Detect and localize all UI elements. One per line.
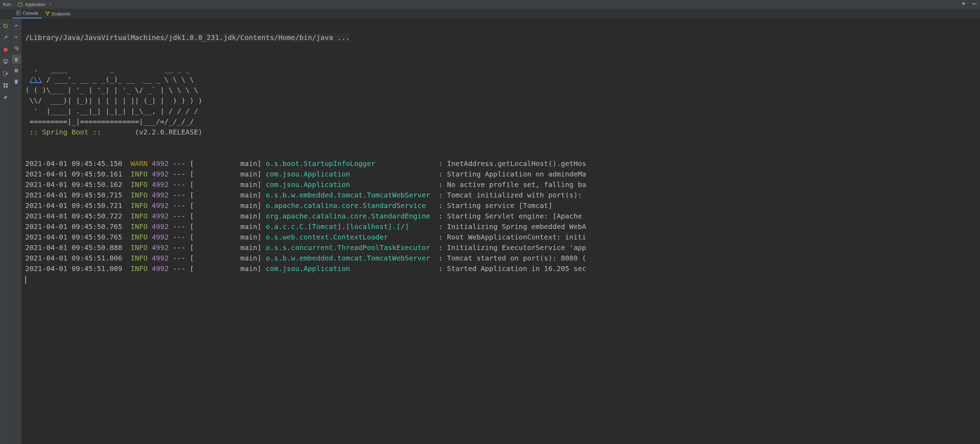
down-stack-icon[interactable] [12,32,21,41]
log-message: Starting Servlet engine: [Apache [447,212,586,220]
log-line: 2021-04-01 09:45:50.765 INFO 4992 --- [ … [25,221,977,232]
svg-rect-14 [3,86,5,88]
log-message: Root WebApplicationContext: initi [447,233,586,241]
log-lines: 2021-04-01 09:45:45.150 WARN 4992 --- [ … [25,158,977,274]
tab-console[interactable]: Console [13,9,42,19]
layout-button[interactable] [1,81,11,90]
log-separator: --- [ main] [169,212,266,220]
close-tab-icon[interactable]: × [49,2,51,7]
stop-button[interactable] [1,45,11,55]
log-classname: o.apache.catalina.core.StandardService [266,201,426,210]
log-colon: : [426,233,447,241]
log-classname: o.s.boot.StartupInfoLogger [266,159,426,168]
log-separator: --- [ main] [169,201,266,210]
exit-button[interactable] [1,68,11,78]
log-level: INFO [130,243,148,252]
log-timestamp: 2021-04-01 09:45:50.765 [25,222,122,231]
log-classname: com.jsou.Application [266,170,426,178]
banner-line-1: . ____ _ __ _ _ [25,65,190,73]
log-pid: 4992 [152,191,169,199]
clear-all-icon[interactable] [12,77,21,86]
log-classname: org.apache.catalina.core.StandardEngine [266,212,430,220]
dump-threads-button[interactable] [1,57,11,67]
log-classname: o.a.c.c.C.[Tomcat].[localhost].[/] [266,222,422,231]
log-level: INFO [130,191,148,199]
log-line: 2021-04-01 09:45:45.150 WARN 4992 --- [ … [25,158,977,169]
log-classname: com.jsou.Application [266,264,426,273]
log-level: INFO [130,264,148,273]
log-colon: : [426,159,447,168]
console-toolbar [11,19,22,444]
log-line: 2021-04-01 09:45:50.162 INFO 4992 --- [ … [25,179,977,190]
log-colon: : [430,212,447,220]
log-pid: 4992 [152,180,169,189]
log-level: INFO [130,170,148,178]
svg-rect-7 [4,48,7,51]
up-stack-icon[interactable] [12,21,21,30]
spring-boot-icon [18,2,23,7]
log-timestamp: 2021-04-01 09:45:50.715 [25,191,122,199]
scroll-to-end-icon[interactable] [12,55,21,64]
banner-link[interactable]: /\\ [29,75,42,84]
log-timestamp: 2021-04-01 09:45:51.009 [25,264,122,273]
wrench-button[interactable] [1,33,11,43]
log-line: 2021-04-01 09:45:50.161 INFO 4992 --- [ … [25,169,977,179]
log-message: Initializing ExecutorService 'app [447,243,586,252]
svg-rect-10 [5,63,6,64]
log-pid: 4992 [152,201,169,210]
rerun-button[interactable] [1,21,11,31]
log-colon: : [430,243,447,252]
log-line: 2021-04-01 09:45:50.888 INFO 4992 --- [ … [25,242,977,253]
log-level: INFO [130,222,148,231]
log-level: INFO [130,233,148,241]
log-colon: : [422,222,447,231]
gear-icon[interactable] [960,1,966,8]
log-message: Tomcat initialized with port(s): [447,191,586,199]
log-line: 2021-04-01 09:45:50.715 INFO 4992 --- [ … [25,190,977,200]
log-pid: 4992 [152,159,169,168]
log-colon: : [430,254,447,262]
print-icon[interactable] [12,66,21,75]
tab-endpoints-label: Endpoints [52,11,70,16]
log-pid: 4992 [152,243,169,252]
log-message: No active profile set, falling ba [447,180,586,189]
console-output[interactable]: /Library/Java/JavaVirtualMachines/jdk1.8… [22,19,980,444]
run-config-tab[interactable]: Application × [16,2,54,7]
log-message: Starting Application on admindeMa [447,170,586,178]
svg-rect-12 [3,83,5,85]
svg-rect-13 [6,83,8,85]
endpoints-icon [45,11,50,17]
sub-tabs-bar: Console Endpoints [0,9,980,19]
tab-endpoints[interactable]: Endpoints [42,9,74,19]
log-colon: : [430,191,447,199]
log-timestamp: 2021-04-01 09:45:51.006 [25,254,122,262]
spring-boot-version: (v2.2.6.RELEASE) [105,128,202,136]
log-classname: o.s.b.w.embedded.tomcat.TomcatWebServer [266,254,430,262]
log-pid: 4992 [152,222,169,231]
log-classname: o.s.s.concurrent.ThreadPoolTaskExecutor [266,243,430,252]
log-separator: --- [ main] [169,254,266,262]
minimize-icon[interactable] [972,1,977,8]
log-line: 2021-04-01 09:45:50.721 INFO 4992 --- [ … [25,200,977,211]
banner-line-2-post: / ___'_ __ _ _(_)_ __ __ _ \ \ \ \ [42,75,194,84]
log-separator: --- [ main] [169,233,266,241]
tab-console-label: Console [23,11,38,16]
main-area: /Library/Java/JavaVirtualMachines/jdk1.8… [0,19,980,444]
log-classname: o.s.web.context.ContextLoader [266,233,426,241]
log-timestamp: 2021-04-01 09:45:50.722 [25,212,122,220]
console-icon [16,11,21,16]
log-level: INFO [130,254,148,262]
log-colon: : [426,180,447,189]
soft-wrap-icon[interactable] [12,43,21,53]
log-message: Initializing Spring embedded WebA [447,222,586,231]
log-separator: --- [ main] [169,191,266,199]
log-timestamp: 2021-04-01 09:45:50.161 [25,170,122,178]
log-timestamp: 2021-04-01 09:45:50.721 [25,201,122,210]
svg-rect-1 [972,3,977,4]
java-command-line: /Library/Java/JavaVirtualMachines/jdk1.8… [25,33,350,42]
log-level: INFO [130,201,148,210]
run-label: Run: [3,2,11,7]
pin-button[interactable] [1,92,11,102]
log-timestamp: 2021-04-01 09:45:50.765 [25,233,122,241]
log-separator: --- [ main] [169,222,266,231]
